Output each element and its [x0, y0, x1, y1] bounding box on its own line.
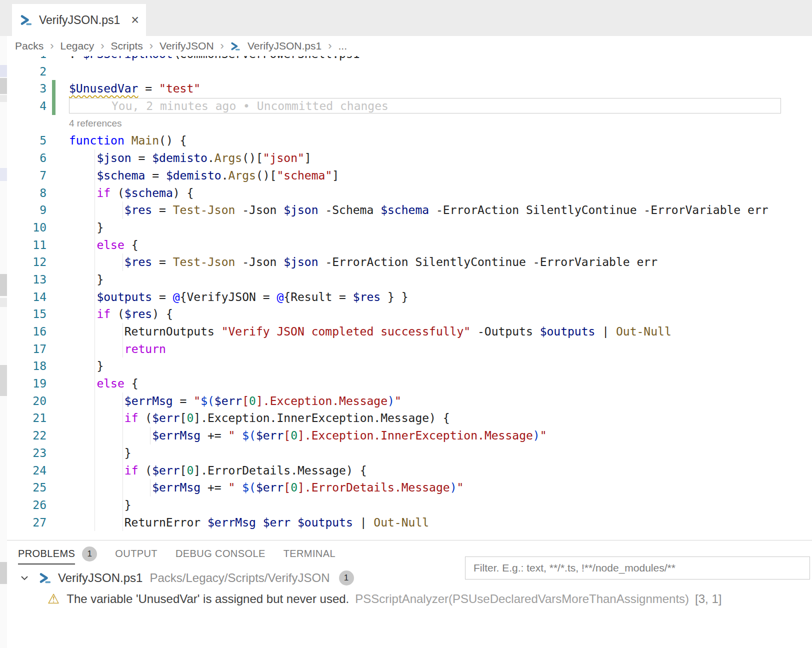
tab-verifyjson-ps1[interactable]: VerifyJSON.ps1 ×: [12, 4, 146, 36]
code-line-text: else {: [69, 236, 138, 254]
code-row[interactable]: 4You, 2 minutes ago • Uncommitted change…: [0, 98, 812, 115]
code-line-text: function Main() {: [69, 132, 186, 150]
code-line-text: $errMsg += " $($err[0].Exception.InnerEx…: [69, 427, 547, 444]
breadcrumb-item-packs[interactable]: Packs: [15, 40, 44, 52]
code-line-text: }: [69, 219, 104, 236]
overview-strip-block: [0, 562, 7, 584]
overview-strip-block: [0, 365, 7, 396]
code-row[interactable]: 6 $json = $demisto.Args()["json"]: [0, 150, 812, 167]
blame-annotation: You, 2 minutes ago • Uncommitted changes: [69, 98, 781, 114]
code-row[interactable]: 26 }: [0, 496, 812, 514]
panel-tab-debug-console[interactable]: DEBUG CONSOLE: [176, 543, 266, 566]
code-row[interactable]: 20 $errMsg = "$($err[0].Exception.Messag…: [0, 392, 812, 410]
problem-message: The variable 'UnusedVar' is assigned but…: [66, 592, 349, 606]
overview-strip-block: [0, 78, 7, 94]
problem-position: [3, 1]: [695, 592, 722, 606]
code-row[interactable]: 7 $schema = $demisto.Args()["schema"]: [0, 167, 812, 184]
git-modified-gutter: [52, 98, 56, 115]
code-line-text: $UnusedVar = "test": [69, 80, 200, 98]
breadcrumb-separator: ›: [50, 40, 54, 52]
problems-file-row[interactable]: VerifyJSON.ps1 Packs/Legacy/Scripts/Veri…: [0, 568, 812, 588]
code-line-text: . $PSScriptRoot\CommonServerPowerShell.p…: [69, 56, 360, 63]
code-row[interactable]: 23 }: [0, 444, 812, 462]
code-line-text: ReturnError $errMsg $err $outputs | Out-…: [69, 514, 429, 532]
breadcrumb-item-verifyjson-ps1[interactable]: VerifyJSON.ps1: [248, 40, 322, 52]
code-row[interactable]: 14 $outputs = @{VerifyJSON = @{Result = …: [0, 288, 812, 306]
code-line-text: }: [69, 444, 132, 462]
code-line-text: if ($schema) {: [69, 184, 194, 202]
bottom-panel: PROBLEMS1OUTPUTDEBUG CONSOLETERMINAL Ver…: [0, 540, 812, 648]
code-line-text: $res = Test-Json -Json $json -Schema $sc…: [69, 202, 768, 219]
warning-icon: ⚠: [48, 592, 60, 606]
code-row[interactable]: 8 if ($schema) {: [0, 184, 812, 202]
breadcrumb-item-legacy[interactable]: Legacy: [60, 40, 94, 52]
code-row[interactable]: 18 }: [0, 358, 812, 375]
code-row[interactable]: 2: [0, 63, 812, 80]
code-row[interactable]: 24 if ($err[0].ErrorDetails.Message) {: [0, 462, 812, 480]
panel-tab-label: OUTPUT: [115, 543, 158, 566]
panel-tab-label: DEBUG CONSOLE: [176, 543, 266, 566]
code-row[interactable]: 16 ReturnOutputs "Verify JSON completed …: [0, 323, 812, 340]
code-row[interactable]: 17 return: [0, 340, 812, 358]
code-row[interactable]: 15 if ($res) {: [0, 306, 812, 323]
overview-strip-block: [0, 168, 7, 181]
problems-file-count-badge: 1: [339, 570, 354, 586]
panel-tab-label: PROBLEMS: [18, 543, 75, 566]
code-line-text: return: [69, 340, 166, 358]
code-row[interactable]: 5function Main() {: [0, 132, 812, 150]
problems-file-name: VerifyJSON.ps1: [58, 571, 142, 585]
panel-tab-output[interactable]: OUTPUT: [115, 543, 158, 566]
close-icon[interactable]: ×: [131, 14, 139, 27]
codelens-row[interactable]: 4 references: [0, 115, 812, 132]
powershell-icon: [230, 41, 241, 52]
code-line-text: if ($err[0].Exception.InnerException.Mes…: [69, 410, 450, 427]
code-row[interactable]: 22 $errMsg += " $($err[0].Exception.Inne…: [0, 427, 812, 444]
code-row[interactable]: 3$UnusedVar = "test": [0, 80, 812, 98]
code-line-text: if ($res) {: [69, 306, 173, 323]
breadcrumb-separator: ›: [220, 40, 224, 52]
tab-title: VerifyJSON.ps1: [39, 14, 120, 27]
editor-tab-bar: VerifyJSON.ps1 ×: [0, 0, 812, 36]
panel-tab-terminal[interactable]: TERMINAL: [284, 543, 336, 566]
code-line-text: $json = $demisto.Args()["json"]: [69, 150, 312, 167]
code-line-text: if ($err[0].ErrorDetails.Message) {: [69, 462, 366, 480]
problem-row[interactable]: ⚠ The variable 'UnusedVar' is assigned b…: [0, 588, 812, 610]
breadcrumb-item--[interactable]: ...: [338, 40, 348, 52]
code-row[interactable]: 11 else {: [0, 236, 812, 254]
code-row[interactable]: 21 if ($err[0].Exception.InnerException.…: [0, 410, 812, 427]
powershell-icon: [39, 572, 52, 584]
breadcrumb: Packs›Legacy›Scripts›VerifyJSON›VerifyJS…: [0, 36, 812, 56]
code-line-text: $res = Test-Json -Json $json -ErrorActio…: [69, 254, 658, 271]
code-line-text: $errMsg = "$($err[0].Exception.Message)": [69, 392, 402, 410]
panel-tab-bar: PROBLEMS1OUTPUTDEBUG CONSOLETERMINAL: [18, 540, 336, 568]
code-row[interactable]: 1. $PSScriptRoot\CommonServerPowerShell.…: [0, 56, 812, 63]
editor[interactable]: 1. $PSScriptRoot\CommonServerPowerShell.…: [0, 56, 812, 540]
panel-tab-problems[interactable]: PROBLEMS1: [18, 543, 97, 566]
chevron-down-icon[interactable]: [19, 572, 30, 584]
problems-count-badge: 1: [82, 546, 97, 562]
code-line-text: ReturnOutputs "Verify JSON completed suc…: [69, 323, 672, 340]
code-row[interactable]: 10 }: [0, 219, 812, 236]
vscode-window: VerifyJSON.ps1 × Packs›Legacy›Scripts›Ve…: [0, 0, 812, 648]
warning-squiggle-token: $UnusedVar: [69, 82, 138, 95]
code-row[interactable]: 25 $errMsg += " $($err[0].ErrorDetails.M…: [0, 479, 812, 496]
overview-strip-block: [0, 95, 7, 102]
breadcrumb-item-verifyjson[interactable]: VerifyJSON: [160, 40, 214, 52]
code-row[interactable]: 19 else {: [0, 375, 812, 392]
breadcrumb-separator: ›: [150, 40, 153, 52]
code-line-text: }: [69, 358, 104, 375]
problems-file-path: Packs/Legacy/Scripts/VerifyJSON: [150, 571, 330, 585]
code-line-text: $errMsg += " $($err[0].ErrorDetails.Mess…: [69, 479, 464, 496]
panel-tab-label: TERMINAL: [284, 543, 336, 566]
codelens-references[interactable]: 4 references: [69, 115, 122, 132]
overview-strip-block: [0, 298, 7, 307]
breadcrumb-separator: ›: [328, 40, 332, 52]
breadcrumb-item-scripts[interactable]: Scripts: [111, 40, 143, 52]
code-row[interactable]: 13 }: [0, 271, 812, 288]
code-line-text: $outputs = @{VerifyJSON = @{Result = $re…: [69, 288, 408, 306]
code-row[interactable]: 27 ReturnError $errMsg $err $outputs | O…: [0, 514, 812, 532]
overview-strip-block: [0, 65, 7, 77]
code-row[interactable]: 12 $res = Test-Json -Json $json -ErrorAc…: [0, 254, 812, 271]
problem-source: PSScriptAnalyzer(PSUseDeclaredVarsMoreTh…: [355, 592, 689, 606]
code-row[interactable]: 9 $res = Test-Json -Json $json -Schema $…: [0, 202, 812, 219]
